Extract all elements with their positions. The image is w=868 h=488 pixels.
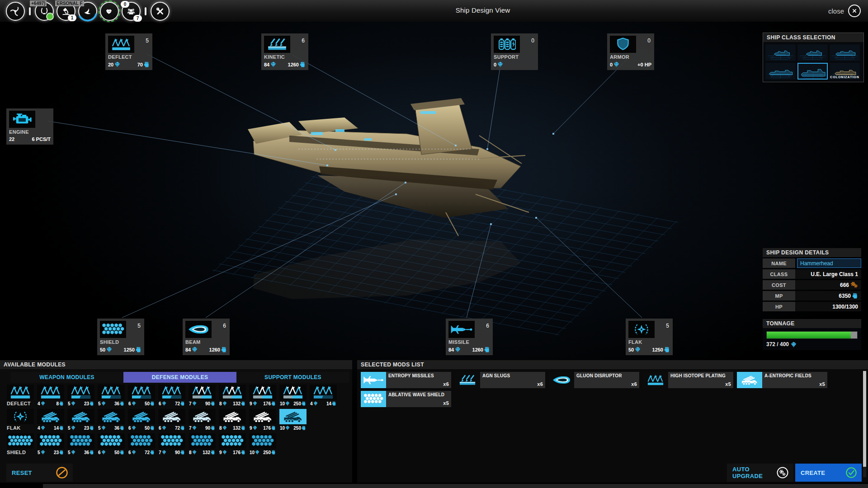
module-tile[interactable] — [128, 385, 155, 400]
module-cell-shield-3: 650 — [98, 433, 125, 456]
module-tile[interactable] — [158, 409, 185, 424]
create-label: CREATE — [801, 469, 825, 476]
module-tile[interactable] — [279, 409, 307, 424]
selected-mod-info: ENTROPY MISSILESx6 — [386, 372, 451, 388]
ship-class-thumb-6[interactable]: COLONIZATION — [830, 63, 860, 80]
module-tile[interactable] — [249, 385, 276, 400]
module-tile[interactable] — [219, 433, 246, 449]
module-tile[interactable] — [158, 385, 185, 400]
module-cell-deflect-3: 536 — [98, 385, 125, 407]
callout-kinetic[interactable]: 6 KINETIC 84 1260 — [261, 33, 308, 70]
cost-icon — [613, 61, 619, 67]
tab-weapon-modules[interactable]: WEAPON MODULES — [10, 372, 123, 383]
module-tile[interactable] — [189, 385, 216, 400]
ship-class-thumb-2[interactable] — [797, 44, 828, 61]
callout-missile[interactable]: 6 MISSILE 84 1260 — [446, 319, 493, 355]
tonnage-value: 372 / 400 — [766, 341, 789, 347]
module-tile[interactable] — [249, 433, 276, 449]
selected-mod-3[interactable]: GLUON DISRUPTORx6 — [549, 372, 639, 388]
cost-icon — [497, 61, 503, 67]
module-cell-shield-6: 8132 — [189, 433, 216, 456]
module-tile[interactable] — [67, 409, 94, 424]
module-row-label: DEFLECT — [7, 400, 34, 407]
module-cost: 10250 — [279, 400, 307, 407]
kinetic-icon — [455, 372, 480, 388]
selected-mod-name: ENTROPY MISSILES — [388, 373, 434, 378]
mp-value: 6350 — [795, 291, 861, 300]
module-tile[interactable] — [189, 409, 216, 424]
module-tile[interactable] — [98, 433, 125, 449]
name-label: NAME — [763, 258, 795, 268]
module-cost: 523 — [67, 424, 94, 432]
module-tile[interactable] — [67, 433, 94, 449]
callout-beam[interactable]: 6 BEAM 84 1260 — [183, 319, 230, 355]
module-tile[interactable] — [67, 385, 94, 400]
callout-label: KINETIC — [264, 54, 306, 60]
power-icon — [664, 347, 670, 352]
deflect-icon — [643, 372, 668, 388]
selected-mod-1[interactable]: ENTROPY MISSILESx6 — [361, 372, 451, 388]
cost-label: COST — [763, 280, 795, 290]
reset-button[interactable]: RESET — [6, 464, 73, 482]
callout-shield[interactable]: 5 SHIELD 50 1250 — [97, 319, 144, 355]
tab-defense-modules[interactable]: DEFENSE MODULES — [123, 372, 236, 383]
module-row-flak: FLAK4145235366506727908132917610250 — [0, 408, 352, 432]
selected-mod-5[interactable]: A-ENTROPIC FIELDSx5 — [737, 372, 827, 388]
topbar: +6497) ERSONAL F 1 0 — [0, 0, 868, 22]
tab-support-modules[interactable]: SUPPORT MODULES — [236, 372, 349, 383]
galaxy-button[interactable] — [6, 2, 25, 21]
selected-mod-4[interactable]: HIGH ISOTOPE PLATINGx5 — [643, 372, 733, 388]
module-cost: 790 — [158, 449, 185, 456]
module-tile[interactable] — [158, 433, 185, 449]
module-tile[interactable] — [98, 409, 125, 424]
people-icon — [126, 6, 136, 16]
module-tile[interactable] — [37, 433, 64, 449]
callout-label: SHIELD — [100, 339, 142, 345]
module-tile[interactable] — [37, 409, 64, 424]
ship-class-thumb-4[interactable] — [765, 63, 796, 80]
callout-deflect[interactable]: 5 DEFLECT 20 70 — [105, 33, 152, 70]
auto-upgrade-button[interactable]: AUTO UPGRADE — [727, 464, 793, 482]
module-row-label: SHIELD — [7, 449, 34, 456]
module-tile[interactable] — [128, 433, 155, 449]
module-tile[interactable] — [219, 409, 246, 424]
hp-label: HP — [763, 302, 795, 311]
callout-armor[interactable]: 0 ARMOR 0 +0 HP — [607, 33, 654, 70]
module-tile[interactable] — [249, 409, 276, 424]
module-tile[interactable] — [37, 385, 64, 400]
ship-class-thumb-3[interactable] — [830, 44, 860, 61]
engine-icon — [9, 111, 35, 128]
module-cost: 414 — [37, 424, 64, 432]
selected-mod-2[interactable]: AGN SLUGSx6 — [455, 372, 545, 388]
module-row-label: FLAK — [7, 424, 34, 432]
tools-button[interactable] — [151, 2, 170, 21]
class-label: CLASS — [763, 269, 795, 279]
callout-engine[interactable]: ENGINE 226 PCS/T — [6, 108, 53, 145]
ship-class-thumb-1[interactable] — [765, 44, 796, 61]
module-cost: 9176 — [249, 400, 276, 407]
missile-icon — [448, 321, 475, 338]
ship-icon — [83, 6, 93, 16]
selected-mod-6[interactable]: ABLATIVE WAVE SHIELDx5 — [361, 391, 451, 407]
module-tile[interactable] — [189, 433, 216, 449]
population-button[interactable]: 0 7 — [122, 2, 141, 21]
ship-name-input[interactable] — [797, 258, 861, 268]
module-tile[interactable] — [219, 385, 246, 400]
module-tile[interactable] — [98, 385, 125, 400]
module-cell-deflect-8: 9176 — [249, 385, 276, 407]
module-cell-deflect-5: 672 — [158, 385, 185, 407]
tonnage-panel: TONNAGE 372 / 400 — [763, 319, 861, 350]
module-tile[interactable] — [279, 385, 307, 400]
module-tile[interactable] — [310, 385, 337, 400]
callout-flak[interactable]: 5 FLAK 50 1250 — [626, 319, 673, 355]
panel-title: TONNAGE — [763, 319, 861, 328]
module-tile[interactable] — [128, 409, 155, 424]
scrollbar-thumb[interactable] — [863, 371, 866, 467]
create-button[interactable]: CREATE — [795, 464, 862, 482]
close-button[interactable]: close — [828, 5, 861, 17]
diplomacy-button[interactable] — [100, 2, 119, 21]
callout-support[interactable]: 0 SUPPORT 0 — [491, 33, 538, 70]
module-row-shield: SHIELD5235366506727908132917610250 — [0, 432, 352, 456]
tooltip-fragment-right: ERSONAL F — [55, 0, 84, 6]
ship-class-thumb-5[interactable] — [797, 63, 828, 80]
